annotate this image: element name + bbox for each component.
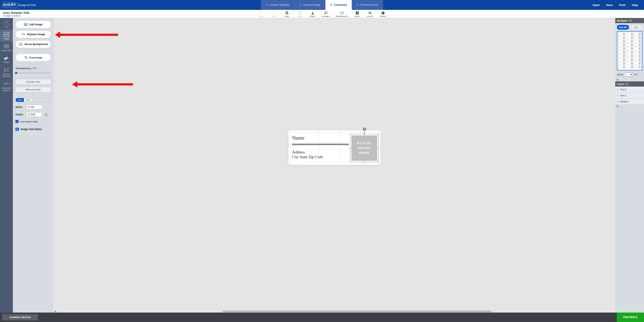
label-field-name[interactable]: Name [292, 135, 304, 141]
label-field-city-state-zip[interactable]: City State Zip Code [292, 155, 323, 159]
label-divider[interactable] [292, 144, 349, 145]
paste-icon [298, 12, 301, 14]
label-preview[interactable]: Name Address City State Zip Code PLACE I… [288, 130, 380, 165]
checkmark-icon: ✓ [16, 120, 18, 123]
delete-button[interactable]: Delete [379, 12, 386, 18]
svg-rect-39 [19, 43, 22, 46]
arrange-button[interactable]: Arrange [322, 12, 330, 18]
sheet-select[interactable]: 1 [624, 72, 633, 76]
layer-item[interactable]: ≡Shape 1 [615, 98, 644, 104]
layers-expand-icon[interactable]: ◣ [615, 104, 644, 108]
text-icon: T [4, 20, 9, 25]
nav-qr-barcodes[interactable]: QR and Barcodes [0, 65, 13, 80]
rotate-handle[interactable] [363, 128, 366, 131]
scroll-thumb[interactable] [222, 310, 492, 312]
info-icon[interactable]: i [629, 19, 632, 22]
layer-item[interactable]: ≡Text 1 [615, 92, 644, 98]
svg-rect-0 [286, 12, 288, 14]
unit-inch[interactable]: inch [16, 98, 24, 102]
open-link[interactable]: Open [593, 4, 600, 7]
background-button[interactable]: Background [336, 12, 348, 18]
nav-image[interactable]: Image [0, 30, 13, 42]
width-input[interactable] [26, 105, 42, 109]
sheet-thumbnail[interactable]: ————————————————————————————————————————… [617, 31, 642, 70]
preview-print-button[interactable]: PREVIEW & [617, 312, 644, 322]
height-input[interactable] [26, 112, 42, 116]
footer-bar: CHANGE DESIGN PREVIEW & [0, 312, 644, 322]
layer-icon: ≡ [617, 100, 618, 103]
unit-mm[interactable]: mm [24, 98, 32, 102]
set-background-button[interactable]: Set as Background [16, 40, 51, 48]
main: T Text Image Import Data Shape QR and Ba… [0, 18, 644, 312]
help-link[interactable]: Help [632, 4, 638, 7]
label-field-address[interactable]: Address [292, 150, 305, 154]
nav-text[interactable]: T Text [0, 18, 13, 30]
brand-logo: AVERY [3, 3, 16, 7]
design-canvas[interactable]: Name Address City State Zip Code PLACE I… [54, 18, 615, 312]
template-info: Avery Template: 5160 Change Template [0, 10, 32, 18]
add-image-button[interactable]: Add Image [16, 20, 51, 28]
change-design-button[interactable]: CHANGE DESIGN [2, 314, 38, 320]
undo-button[interactable]: ↶ Undo [258, 12, 265, 18]
svg-rect-9 [356, 12, 357, 13]
image-placeholder[interactable]: PLACE IMAGE HERE [352, 136, 377, 161]
save-link[interactable]: Save [606, 4, 613, 7]
unit-toggle[interactable]: inch mm [16, 98, 51, 102]
copy-button[interactable]: Copy [283, 12, 290, 18]
view-button[interactable]: View [354, 12, 361, 18]
top-bar: AVERY Design & Print 1 - Choose Template… [0, 0, 644, 10]
svg-text:T: T [6, 21, 8, 24]
play-icon [16, 128, 19, 131]
lock-aspect-checkbox[interactable]: ✓ Lock aspect ratio [16, 120, 51, 123]
edit-all-tab[interactable]: Edit All [617, 25, 629, 30]
nav-expand-icon[interactable]: ◣ [615, 78, 644, 81]
brand-product: Design & Print [18, 4, 36, 7]
nav-shape[interactable]: Shape [0, 54, 13, 65]
edit-mode-tabs: Edit All Ed [615, 23, 644, 31]
replace-image-button[interactable]: Replace Image [16, 30, 51, 38]
image-options-panel: Add Image Replace Image Set as Backgroun… [13, 18, 54, 312]
crop-image-button[interactable]: Crop Image [16, 54, 51, 62]
image-tool-demo-link[interactable]: Image Tool Demo [16, 128, 51, 131]
svg-rect-31 [4, 68, 6, 69]
brand: AVERY Design & Print [0, 3, 39, 7]
layers-header: Layers i [615, 81, 644, 86]
template-title: Avery Template: 5160 [3, 12, 29, 14]
svg-rect-24 [4, 44, 9, 48]
change-color-button[interactable]: Change Color [16, 79, 51, 84]
change-template-link[interactable]: Change Template [3, 14, 29, 17]
transparency-slider[interactable] [16, 72, 51, 74]
layer-icon: ≡ [617, 88, 618, 91]
paste-button[interactable]: Paste [296, 12, 303, 18]
nav-sequential-numbers[interactable]: 123... Sequential Numbers [0, 79, 13, 94]
svg-rect-40 [20, 44, 22, 45]
scroll-left-icon[interactable]: ◀ [54, 310, 56, 312]
zoom-button[interactable]: Zoom [366, 12, 374, 18]
grid-icon [4, 44, 9, 48]
svg-rect-10 [358, 12, 359, 13]
svg-rect-1 [286, 12, 288, 14]
slider-knob[interactable] [15, 72, 17, 74]
remove-color-button[interactable]: Remove Color [16, 87, 51, 92]
horizontal-scrollbar[interactable]: ◀ [54, 310, 615, 312]
svg-rect-7 [326, 12, 327, 14]
print-link[interactable]: Print [619, 4, 626, 7]
navigator-header: Navigator i [615, 18, 644, 23]
numbers-icon: 123... [4, 81, 9, 86]
edit-one-tab[interactable]: Ed [630, 25, 642, 30]
svg-rect-11 [356, 13, 357, 14]
svg-point-23 [7, 33, 8, 34]
align-button[interactable]: Align [309, 12, 316, 18]
layer-item[interactable]: ≡Text 2 [615, 86, 644, 92]
redo-button[interactable]: ↷ Redo [270, 12, 278, 18]
crop-icon [24, 56, 28, 59]
undo-icon: ↶ [259, 12, 262, 14]
annotation-arrow-2 [77, 83, 133, 86]
nav-import-data[interactable]: Import Data [0, 42, 13, 54]
annotation-arrow-1 [60, 34, 118, 36]
replace-icon [22, 33, 25, 36]
svg-line-14 [371, 14, 372, 14]
info-icon[interactable]: i [626, 83, 628, 85]
arrange-icon [324, 12, 328, 14]
svg-rect-33 [4, 70, 6, 72]
